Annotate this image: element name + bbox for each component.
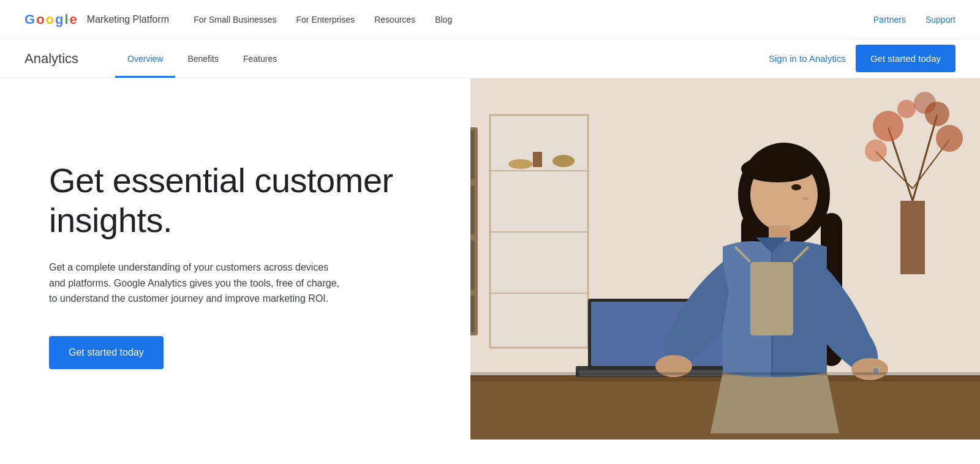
google-g-red2: e <box>70 12 77 28</box>
nav-small-businesses[interactable]: For Small Businesses <box>194 15 276 24</box>
nav-enterprises[interactable]: For Enterprises <box>296 15 355 24</box>
google-g-green: l <box>64 12 68 28</box>
sub-nav-right: Sign in to Analytics Get started today <box>769 45 956 72</box>
google-g-yellow: o <box>46 12 54 28</box>
google-g-blue2: g <box>55 12 63 28</box>
svg-point-27 <box>914 92 936 114</box>
google-logo: Google <box>24 12 77 28</box>
analytics-brand: Analytics <box>24 51 78 67</box>
nav-support[interactable]: Support <box>925 15 956 24</box>
hero-section: Get essential customer insights. Get a c… <box>0 78 980 440</box>
logo-area: Google Marketing Platform <box>24 12 169 28</box>
svg-rect-45 <box>750 262 793 335</box>
sub-navigation: Analytics Overview Benefits Features Sig… <box>0 39 980 78</box>
hero-cta-button[interactable]: Get started today <box>49 336 164 369</box>
brand-name: Marketing Platform <box>87 14 169 25</box>
svg-point-22 <box>873 111 903 141</box>
google-g-blue: G <box>24 12 35 28</box>
nav-partners[interactable]: Partners <box>873 15 906 24</box>
svg-point-26 <box>897 100 916 118</box>
svg-point-25 <box>936 125 963 152</box>
nav-resources[interactable]: Resources <box>374 15 415 24</box>
sub-nav-tabs: Overview Benefits Features <box>115 39 289 78</box>
svg-rect-17 <box>900 201 925 274</box>
tab-benefits[interactable]: Benefits <box>175 39 231 78</box>
svg-point-16 <box>552 155 575 167</box>
hero-content: Get essential customer insights. Get a c… <box>0 78 470 440</box>
svg-point-24 <box>865 140 887 162</box>
tab-overview[interactable]: Overview <box>115 39 175 78</box>
google-g-red: o <box>36 12 44 28</box>
nav-blog[interactable]: Blog <box>435 15 452 24</box>
top-navigation: Google Marketing Platform For Small Busi… <box>0 0 980 39</box>
top-nav-right: Partners Support <box>873 15 956 24</box>
svg-point-39 <box>741 155 815 182</box>
svg-rect-13 <box>490 115 588 348</box>
top-nav-links: For Small Businesses For Enterprises Res… <box>194 15 873 24</box>
hero-headline: Get essential customer insights. <box>49 161 434 240</box>
hero-description: Get a complete understanding of your cus… <box>49 260 343 307</box>
svg-point-44 <box>851 358 888 380</box>
tab-features[interactable]: Features <box>231 39 289 78</box>
svg-point-40 <box>791 184 801 190</box>
sign-in-link[interactable]: Sign in to Analytics <box>769 53 846 64</box>
svg-point-14 <box>508 159 533 169</box>
get-started-button-header[interactable]: Get started today <box>856 45 956 72</box>
svg-rect-15 <box>533 152 542 167</box>
